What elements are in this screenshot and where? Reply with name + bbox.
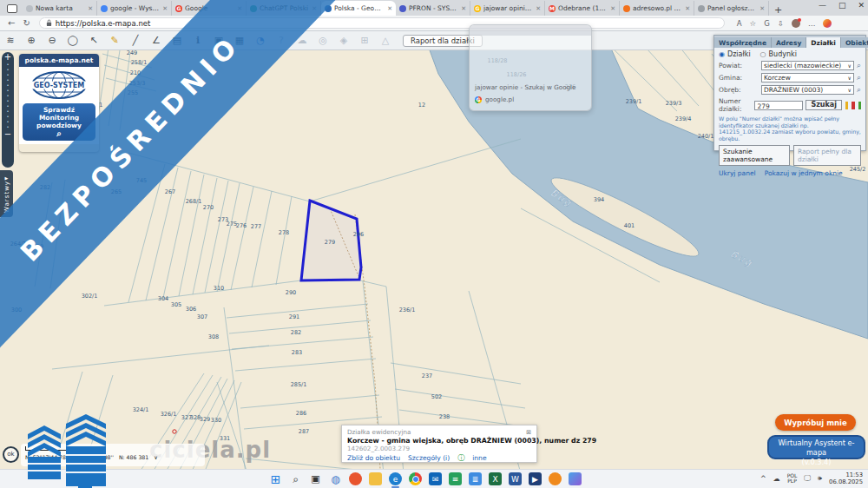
keyboard-language[interactable]: POLPLP [787, 473, 798, 485]
onedrive-cloud-icon[interactable]: ☁ [773, 475, 780, 483]
chart-pie-icon[interactable]: ◔ [250, 35, 271, 46]
profile-avatar[interactable] [792, 19, 800, 28]
tab-close-icon[interactable]: ✕ [536, 5, 541, 12]
crs-select-chevron[interactable]: ∨ [154, 454, 158, 460]
browser-tab-7[interactable]: MOdebrane (12 925)✕ [545, 1, 620, 16]
tab-close-icon[interactable]: ✕ [387, 5, 392, 12]
tab-obiekty[interactable]: Obiekty [841, 37, 868, 48]
network-icon[interactable]: 🖵 [804, 474, 811, 483]
photos-icon[interactable] [569, 472, 582, 485]
gmina-search-icon[interactable]: ⌕ [857, 73, 861, 82]
tab-dzialki[interactable]: Działki [806, 37, 841, 48]
browser-tab-3[interactable]: ChatGPT Polski✕ [247, 1, 321, 16]
collections-icon[interactable]: ⇩ [778, 19, 784, 28]
excel-icon[interactable]: X [489, 472, 502, 485]
tab-close-icon[interactable]: ✕ [610, 5, 615, 12]
task-view-icon[interactable]: ▣ [309, 472, 322, 485]
hide-panel-link[interactable]: Ukryj panel [719, 169, 756, 177]
parcel-number-input[interactable]: 279 [754, 101, 803, 110]
zoom-in-button[interactable]: + [2, 52, 14, 62]
browser-tab-9[interactable]: Panel ogłoszeń - d✕ [694, 1, 769, 16]
browser-tab-6[interactable]: Gjajowar opinie - Szu✕ [470, 1, 545, 16]
flood-monitoring-button[interactable]: Sprawdź Monitoring powodziowy ⌕ [23, 103, 95, 141]
radio-budynki[interactable]: ○ [760, 50, 766, 58]
browser-tab-8[interactable]: adresowo.pl - doda✕ [620, 1, 694, 16]
taskbar-clock[interactable]: 11:5306.08.2025 [829, 472, 863, 485]
settings-app-icon[interactable]: ◍ [329, 472, 342, 485]
virtual-assistant-button[interactable]: Wirtualny Asystent e-mapa (v.0.3.4) [767, 435, 865, 459]
word-icon[interactable]: W [509, 472, 522, 485]
edge-icon[interactable]: e [389, 472, 402, 485]
zoom-in-icon[interactable]: ⊕ [21, 35, 42, 46]
browser-tab-4[interactable]: Polska - Geoportal✕ [321, 1, 396, 16]
radio-dzialki[interactable]: ◉ [719, 50, 725, 58]
translate-icon[interactable]: G [764, 19, 770, 28]
assistant-bubble[interactable]: Wypróbuj mnie [775, 414, 856, 431]
gmina-select[interactable]: Korczew∨ [761, 73, 854, 82]
tab-wspolrzedne[interactable]: Współrzędne [714, 37, 772, 48]
draw-pencil-icon[interactable]: ✎ [104, 35, 125, 46]
layers-panel-tab[interactable]: ▶ Warstwy [0, 170, 13, 217]
browser-tab-5[interactable]: PFRON - SYSTEM O✕ [396, 1, 470, 16]
full-report-button[interactable]: Raport pełny dla działki [793, 145, 861, 166]
search-button[interactable]: Szukaj [806, 100, 842, 110]
tab-close-icon[interactable]: ✕ [237, 5, 242, 12]
tab-close-icon[interactable]: ✕ [88, 5, 93, 12]
tab-close-icon[interactable]: ✕ [760, 5, 765, 12]
refresh-button[interactable]: ↻ [23, 18, 30, 28]
close-button[interactable]: ✕ [858, 1, 865, 10]
other-link[interactable]: inne [472, 454, 486, 462]
tab-close-icon[interactable]: ✕ [461, 5, 466, 12]
tab-close-icon[interactable]: ✕ [162, 5, 168, 12]
powiat-search-icon[interactable]: ⌕ [857, 61, 861, 70]
legend-icon[interactable]: ▦ [229, 35, 250, 46]
single-window-link[interactable]: Pokazuj w jednym oknie [765, 169, 843, 177]
browser-tab-1[interactable]: google - Wyszukaj✕ [97, 1, 172, 16]
powiat-select[interactable]: siedlecki (mazowieckie)∨ [761, 61, 854, 70]
zoom-to-object-link[interactable]: Zbliż do obiektu [347, 454, 400, 462]
menu-ellipsis-icon[interactable]: … [808, 19, 816, 28]
tray-chevron-icon[interactable]: ^ [760, 475, 766, 483]
maximize-button[interactable]: □ [838, 1, 846, 10]
info-icon[interactable]: ℹ [187, 35, 208, 46]
media-app-icon[interactable]: ▶ [529, 472, 542, 485]
obreb-select[interactable]: DRAŻNIEW (0003)∨ [761, 85, 854, 95]
start-menu-icon[interactable]: ⊞ [269, 472, 282, 485]
file-explorer-icon[interactable] [369, 472, 382, 485]
security-shield-icon[interactable] [549, 472, 562, 485]
pointer-icon[interactable]: ↖ [83, 35, 104, 46]
zoom-slider[interactable]: + ••••••••••••• − [2, 52, 14, 168]
outlook-icon[interactable]: ✉ [429, 472, 442, 485]
measure-line-icon[interactable]: ╱ [125, 35, 146, 46]
url-bar[interactable]: https://polska.e-mapa.net [39, 17, 725, 29]
select-area-icon[interactable]: ◯ [62, 35, 83, 46]
chrome-icon[interactable] [409, 472, 422, 485]
tab-close-icon[interactable]: ✕ [685, 5, 690, 12]
volume-icon[interactable]: 🕪 [818, 474, 822, 483]
green-app-icon[interactable]: ≡ [449, 472, 462, 485]
zoom-out-button[interactable]: − [2, 129, 14, 139]
print-icon[interactable]: ▤ [167, 35, 187, 46]
obreb-search-icon[interactable]: ⌕ [857, 85, 861, 95]
search-icon[interactable]: ⌕ [289, 472, 302, 485]
site-logo-panel[interactable]: polska.e-mapa.net GEO-SYSTEM Sprawdź Mon… [19, 54, 99, 152]
copilot-icon[interactable] [823, 19, 832, 28]
tab-close-icon[interactable]: ✕ [312, 5, 317, 12]
ok-button[interactable]: ok [3, 446, 19, 463]
info-close-icon[interactable]: ⊠ [526, 428, 531, 436]
browser-tab-0[interactable]: Nowa karta✕ [23, 1, 97, 16]
zoom-out-icon[interactable]: ⊖ [42, 35, 62, 46]
minimize-button[interactable]: — [819, 1, 826, 10]
favorite-star-icon[interactable]: ☆ [750, 19, 757, 28]
layers-icon[interactable]: ≋ [0, 35, 21, 46]
details-link[interactable]: Szczegóły (i) [408, 454, 450, 462]
back-button[interactable]: ← [8, 18, 15, 28]
measure-path-icon[interactable]: ∠ [146, 35, 167, 46]
new-tab-button[interactable]: + [774, 4, 782, 16]
advanced-search-button[interactable]: Szukanie zaawansowane [719, 145, 790, 166]
tab-adresy[interactable]: Adresy [772, 37, 806, 48]
browser-tab-2[interactable]: GGoogle✕ [172, 1, 247, 16]
doc-app-icon[interactable]: ≣ [469, 472, 482, 485]
read-aloud-icon[interactable]: A [737, 19, 742, 28]
green-info-icon[interactable]: ⓘ [457, 453, 464, 463]
